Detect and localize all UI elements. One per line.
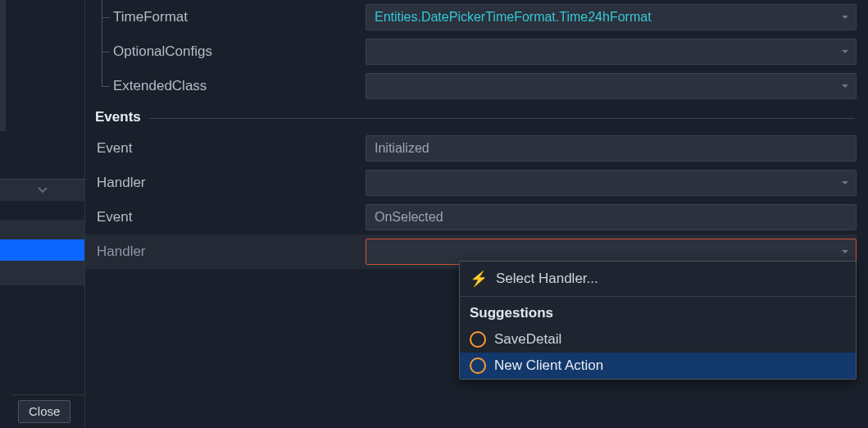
close-button[interactable]: Close [18, 400, 70, 423]
prop-label-col: Handler [85, 244, 366, 260]
sidebar-collapse-toggle[interactable] [0, 179, 84, 202]
chevron-down-icon [37, 184, 48, 196]
properties-panel: TimeFormat Entities.DatePickerTimeFormat… [85, 0, 868, 428]
prop-value-col: Initialized [366, 135, 857, 162]
tree-guide [97, 0, 113, 34]
action-ring-icon [470, 331, 486, 348]
sidebar-selected-row[interactable] [0, 239, 84, 261]
prop-label: Event [97, 209, 132, 225]
handler-dropdown-popup: ⚡ Select Handler... Suggestions SaveDeta… [459, 261, 857, 380]
event1-value: Initialized [375, 141, 429, 156]
optionalconfigs-dropdown[interactable] [366, 39, 857, 65]
chevron-down-icon [841, 44, 849, 59]
dropdown-item-label: New Client Action [494, 357, 603, 374]
sidebar-strip [0, 0, 6, 131]
properties-grid: TimeFormat Entities.DatePickerTimeFormat… [85, 0, 857, 269]
bolt-icon: ⚡ [470, 270, 488, 288]
action-ring-icon [470, 357, 486, 374]
left-sidebar: Close [0, 0, 85, 428]
chevron-down-icon [841, 79, 849, 93]
prop-label-col: ExtendedClass [85, 69, 366, 103]
prop-label: OptionalConfigs [113, 43, 212, 60]
dropdown-item-label: SaveDetail [494, 331, 561, 348]
dropdown-item-newclientaction[interactable]: New Client Action [460, 353, 856, 379]
prop-row-optionalconfigs: OptionalConfigs [85, 34, 857, 69]
section-events-header: Events [85, 103, 857, 131]
prop-label: Handler [97, 244, 146, 260]
app-root: Close TimeFormat Entities.DatePickerTime… [0, 0, 868, 428]
prop-label-col: TimeFormat [85, 0, 366, 34]
chevron-down-icon [841, 10, 849, 25]
dropdown-item-savedetail[interactable]: SaveDetail [460, 326, 856, 353]
timeformat-dropdown[interactable]: Entities.DatePickerTimeFormat.Time24hFor… [366, 4, 857, 30]
prop-label-col: OptionalConfigs [85, 34, 366, 69]
prop-row-event2: Event OnSelected [85, 200, 857, 234]
prop-label: ExtendedClass [113, 78, 207, 94]
prop-value-col [366, 170, 857, 196]
tree-guide [97, 34, 113, 69]
section-rule [149, 118, 855, 119]
event2-value-box[interactable]: OnSelected [366, 204, 857, 230]
prop-label-col: Event [85, 140, 366, 157]
prop-label: Handler [97, 175, 146, 191]
event2-value: OnSelected [375, 210, 443, 225]
section-title: Events [95, 109, 141, 125]
prop-value-col: Entities.DatePickerTimeFormat.Time24hFor… [366, 4, 857, 30]
tree-guide [97, 69, 113, 103]
prop-label: TimeFormat [113, 9, 188, 25]
chevron-down-icon [841, 244, 849, 259]
prop-label-col: Handler [85, 175, 366, 191]
timeformat-value: Entities.DatePickerTimeFormat.Time24hFor… [375, 10, 652, 25]
prop-value-col: OnSelected [366, 204, 857, 230]
prop-row-extendedclass: ExtendedClass [85, 69, 857, 103]
prop-value-col [366, 73, 857, 99]
dropdown-header[interactable]: ⚡ Select Handler... [460, 262, 856, 297]
extendedclass-dropdown[interactable] [366, 73, 857, 99]
prop-value-col [366, 39, 857, 65]
prop-label-col: Event [85, 209, 366, 225]
chevron-down-icon [841, 175, 849, 190]
prop-row-event1: Event Initialized [85, 131, 857, 166]
handler1-dropdown[interactable] [366, 170, 857, 196]
prop-label: Event [97, 140, 132, 157]
dropdown-suggestions-label: Suggestions [460, 297, 856, 326]
prop-row-timeformat: TimeFormat Entities.DatePickerTimeFormat… [85, 0, 857, 34]
divider [11, 394, 84, 395]
dropdown-header-text: Select Handler... [496, 271, 598, 287]
prop-row-handler1: Handler [85, 166, 857, 200]
event1-value-box[interactable]: Initialized [366, 135, 857, 162]
